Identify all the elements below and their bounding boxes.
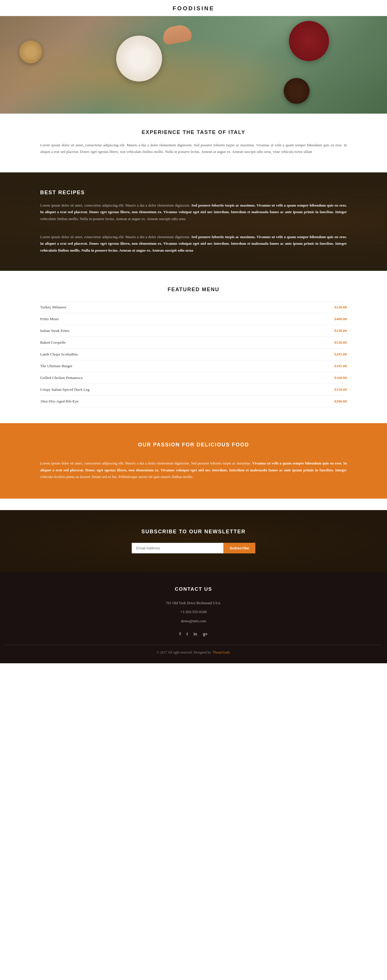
featured-menu-title: FEATURED MENU bbox=[40, 286, 347, 293]
experience-text: Lorem ipsum dolor sit amet, consectetur … bbox=[40, 142, 347, 155]
menu-item-name: Italian Steak Frites bbox=[40, 328, 69, 333]
hero-plate-2 bbox=[289, 21, 329, 61]
menu-item-price: $530.00 bbox=[334, 340, 347, 345]
contact-email: demo@info.com bbox=[6, 617, 381, 625]
menu-item-name: Lamb Chops Scottaditta bbox=[40, 352, 78, 356]
menu-item: 10oz-Dry-Aged Rib-Eye$200.00 bbox=[40, 396, 347, 407]
menu-item-name: The Ultimate Burger bbox=[40, 364, 72, 368]
menu-item: Fritto Misto$400.00 bbox=[40, 313, 347, 325]
menu-item: Italian Steak Frites$230.00 bbox=[40, 325, 347, 337]
recipes-para1: Lorem ipsum dolor sit amet, consectetur … bbox=[40, 202, 347, 222]
subscribe-button[interactable]: Subscribe bbox=[223, 543, 255, 554]
newsletter-section: SUBSCRIBE TO OUR NEWSLETTER Subscribe bbox=[0, 510, 387, 572]
menu-item-name: Fritto Misto bbox=[40, 317, 59, 321]
twitter-icon[interactable]: t bbox=[186, 632, 188, 636]
recipes-content: BEST RECIPES Lorem ipsum dolor sit amet,… bbox=[40, 189, 347, 254]
site-logo: FOODISINE bbox=[172, 5, 214, 11]
menu-item-price: $120.00 bbox=[334, 305, 347, 310]
experience-title: EXPERIENCE THE TASTE OF ITALY bbox=[40, 129, 347, 135]
hero-cup-decoration bbox=[19, 40, 42, 64]
newsletter-title: SUBSCRIBE TO OUR NEWSLETTER bbox=[40, 529, 347, 535]
menu-item-price: $195.00 bbox=[334, 364, 347, 368]
contact-footer: CONTACT US 701 Old York Drive Richmond U… bbox=[0, 572, 387, 663]
facebook-icon[interactable]: f bbox=[179, 632, 181, 636]
social-icons: f t in g+ bbox=[6, 632, 381, 636]
menu-item-price: $295.00 bbox=[334, 352, 347, 356]
site-header: FOODISINE bbox=[0, 0, 387, 16]
menu-item-name: 10oz-Dry-Aged Rib-Eye bbox=[40, 399, 79, 404]
recipes-para2: Lorem ipsum dolor sit amet, consectetur … bbox=[40, 234, 347, 254]
menu-item: Turkey Milanese$120.00 bbox=[40, 301, 347, 313]
menu-item-price: $200.00 bbox=[334, 399, 347, 404]
menu-item: Baked Crespelle$530.00 bbox=[40, 337, 347, 348]
menu-item-name: Baked Crespelle bbox=[40, 340, 66, 345]
footer-copy-text: © 2017 All right reserved. Designed by bbox=[157, 651, 211, 654]
newsletter-form: Subscribe bbox=[40, 543, 347, 554]
menu-item-name: Crispy Italian-Spiced Duck Leg bbox=[40, 387, 89, 392]
menu-item: Crispy Italian-Spiced Duck Leg$150.00 bbox=[40, 384, 347, 396]
menu-item: Lamb Chops Scottaditta$295.00 bbox=[40, 348, 347, 360]
menu-item: The Ultimate Burger$195.00 bbox=[40, 360, 347, 372]
contact-address: 701 Old York Drive Richmond USA. bbox=[6, 598, 381, 607]
designer-link[interactable]: ThemeVault. bbox=[213, 651, 230, 654]
passion-title: OUR PASSION FOR DELICIOUS FOOD bbox=[40, 442, 347, 448]
menu-item-price: $230.00 bbox=[334, 328, 347, 333]
menu-item: Grilled Chicken Puttanesca$160.00 bbox=[40, 372, 347, 384]
contact-info: 701 Old York Drive Richmond USA. +1-202-… bbox=[6, 598, 381, 625]
hero-coffee-cup bbox=[284, 78, 309, 104]
footer-copyright: © 2017 All right reserved. Designed by T… bbox=[6, 645, 381, 655]
googleplus-icon[interactable]: g+ bbox=[203, 632, 208, 636]
menu-item-price: $160.00 bbox=[334, 375, 347, 380]
recipes-title: BEST RECIPES bbox=[40, 189, 347, 196]
hero-overlay bbox=[0, 16, 387, 114]
menu-item-name: Grilled Chicken Puttanesca bbox=[40, 375, 83, 380]
hero-plate-1 bbox=[116, 36, 162, 81]
hero-image bbox=[0, 16, 387, 114]
recipes-section: BEST RECIPES Lorem ipsum dolor sit amet,… bbox=[0, 172, 387, 271]
passion-section: OUR PASSION FOR DELICIOUS FOOD Lorem ips… bbox=[0, 423, 387, 499]
menu-item-price: $150.00 bbox=[334, 387, 347, 392]
email-input[interactable] bbox=[132, 543, 223, 554]
contact-phone: +1-202-555-0100 bbox=[6, 607, 381, 616]
menu-item-name: Turkey Milanese bbox=[40, 305, 66, 310]
menu-item-price: $400.00 bbox=[334, 317, 347, 321]
experience-section: EXPERIENCE THE TASTE OF ITALY Lorem ipsu… bbox=[0, 114, 387, 161]
instagram-icon[interactable]: in bbox=[194, 632, 197, 636]
passion-text: Lorem ipsum dolor sit amet, consectetur … bbox=[40, 460, 347, 480]
contact-title: CONTACT US bbox=[6, 586, 381, 592]
featured-menu-section: FEATURED MENU Turkey Milanese$120.00Frit… bbox=[0, 271, 387, 423]
menu-list: Turkey Milanese$120.00Fritto Misto$400.0… bbox=[40, 301, 347, 407]
